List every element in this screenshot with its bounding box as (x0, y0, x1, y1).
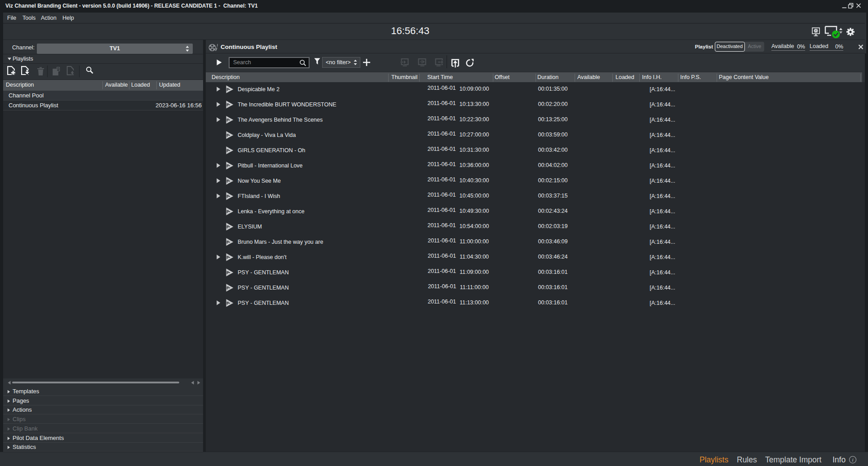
svg-text:i: i (852, 457, 853, 462)
